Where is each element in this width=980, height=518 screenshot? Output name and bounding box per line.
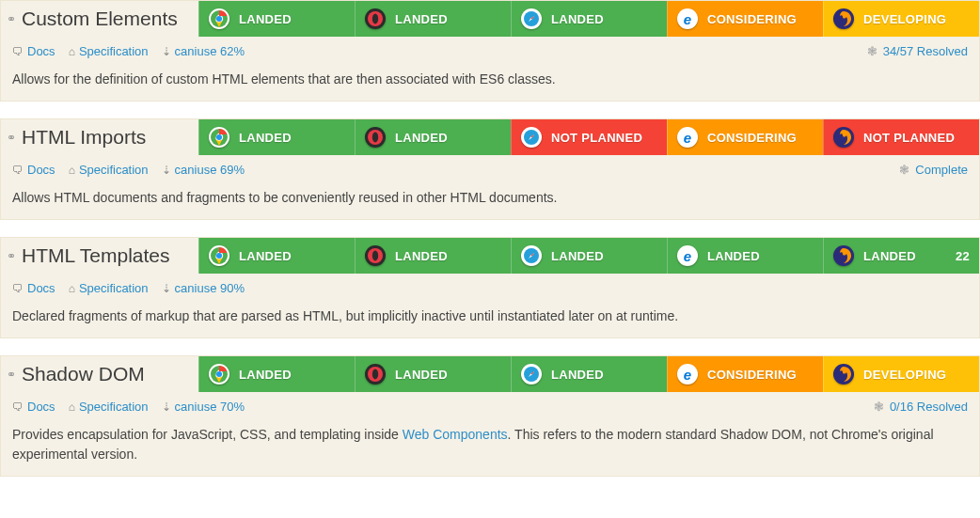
status-cell-chrome[interactable]: LANDED bbox=[198, 1, 355, 37]
status-label: CONSIDERING bbox=[707, 12, 797, 26]
status-cell-opera[interactable]: LANDED bbox=[355, 119, 511, 155]
anchor-icon[interactable]: ⚭ bbox=[7, 368, 16, 381]
feature-header: ⚭Custom ElementsLANDEDLANDEDLANDEDeCONSI… bbox=[1, 1, 979, 37]
resolved-link[interactable]: ❃0/16 Resolved bbox=[874, 400, 968, 414]
docs-link[interactable]: 🗨Docs bbox=[12, 281, 55, 295]
feature-description: Allows for the definition of custom HTML… bbox=[1, 66, 979, 101]
status-cell-safari[interactable]: LANDED bbox=[511, 356, 667, 392]
status-cell-edge[interactable]: eLANDED bbox=[667, 238, 823, 274]
caniuse-link[interactable]: ⇣caniuse 90% bbox=[162, 281, 245, 295]
status-label: NOT PLANNED bbox=[551, 131, 642, 145]
status-row: LANDEDLANDEDLANDEDeLANDEDLANDED22 bbox=[198, 238, 979, 274]
feature-header: ⚭Shadow DOMLANDEDLANDEDLANDEDeCONSIDERIN… bbox=[1, 356, 979, 392]
feature-card: ⚭HTML TemplatesLANDEDLANDEDLANDEDeLANDED… bbox=[0, 237, 980, 338]
status-row: LANDEDLANDEDNOT PLANNEDeCONSIDERINGNOT P… bbox=[198, 119, 979, 155]
status-cell-edge[interactable]: eCONSIDERING bbox=[667, 119, 823, 155]
opera-icon bbox=[365, 127, 386, 148]
desc-text: Provides encapsulation for JavaScript, C… bbox=[12, 427, 403, 442]
caniuse-icon: ⇣ bbox=[162, 282, 171, 295]
edge-icon: e bbox=[677, 127, 698, 148]
status-cell-opera[interactable]: LANDED bbox=[355, 238, 511, 274]
anchor-icon[interactable]: ⚭ bbox=[7, 131, 16, 144]
link-label: caniuse 62% bbox=[175, 44, 245, 58]
meta-left: 🗨Docs⌂Specification⇣caniuse 70% bbox=[12, 400, 245, 414]
link-label: Specification bbox=[79, 44, 149, 58]
flag-icon: ❃ bbox=[874, 400, 884, 414]
status-cell-firefox[interactable]: DEVELOPING bbox=[823, 356, 979, 392]
resolved-label: 0/16 Resolved bbox=[890, 400, 968, 414]
chrome-icon bbox=[209, 8, 229, 29]
safari-icon bbox=[521, 8, 542, 29]
firefox-icon bbox=[833, 364, 854, 385]
chrome-icon bbox=[209, 245, 229, 266]
meta-row: 🗨Docs⌂Specification⇣caniuse 69%❃Complete bbox=[1, 155, 979, 184]
status-cell-chrome[interactable]: LANDED bbox=[198, 356, 355, 392]
feature-description: Provides encapsulation for JavaScript, C… bbox=[1, 421, 979, 476]
status-cell-safari[interactable]: LANDED bbox=[511, 1, 667, 37]
status-cell-opera[interactable]: LANDED bbox=[355, 1, 511, 37]
docs-icon: 🗨 bbox=[12, 282, 24, 295]
firefox-icon bbox=[833, 8, 854, 29]
status-row: LANDEDLANDEDLANDEDeCONSIDERINGDEVELOPING bbox=[198, 1, 979, 37]
svg-point-2 bbox=[216, 16, 222, 22]
anchor-icon[interactable]: ⚭ bbox=[7, 249, 16, 262]
status-cell-chrome[interactable]: LANDED bbox=[198, 119, 355, 155]
spec-link[interactable]: ⌂Specification bbox=[69, 281, 149, 295]
docs-link[interactable]: 🗨Docs bbox=[12, 44, 55, 58]
spec-icon: ⌂ bbox=[69, 282, 75, 295]
safari-icon bbox=[521, 245, 542, 266]
docs-link[interactable]: 🗨Docs bbox=[12, 163, 55, 177]
status-cell-firefox[interactable]: LANDED22 bbox=[823, 238, 979, 274]
status-row: LANDEDLANDEDLANDEDeCONSIDERINGDEVELOPING bbox=[198, 356, 979, 392]
status-cell-safari[interactable]: LANDED bbox=[511, 238, 667, 274]
spec-link[interactable]: ⌂Specification bbox=[69, 44, 149, 58]
resolved-label: 34/57 Resolved bbox=[883, 44, 968, 58]
resolved-label: Complete bbox=[915, 163, 968, 177]
caniuse-link[interactable]: ⇣caniuse 62% bbox=[162, 44, 245, 58]
status-cell-safari[interactable]: NOT PLANNED bbox=[511, 119, 667, 155]
spec-icon: ⌂ bbox=[69, 400, 75, 414]
caniuse-link[interactable]: ⇣caniuse 69% bbox=[162, 163, 245, 177]
link-label: caniuse 69% bbox=[175, 163, 245, 177]
desc-text: Declared fragments of markup that are pa… bbox=[12, 308, 678, 323]
feature-title: HTML Imports bbox=[22, 126, 146, 149]
feature-card: ⚭Custom ElementsLANDEDLANDEDLANDEDeCONSI… bbox=[0, 0, 980, 102]
feature-title-wrap: ⚭Custom Elements bbox=[1, 1, 198, 37]
meta-row: 🗨Docs⌂Specification⇣caniuse 90% bbox=[1, 274, 979, 303]
feature-card: ⚭Shadow DOMLANDEDLANDEDLANDEDeCONSIDERIN… bbox=[0, 355, 980, 477]
status-label: LANDED bbox=[239, 12, 292, 26]
anchor-icon[interactable]: ⚭ bbox=[7, 12, 16, 25]
spec-link[interactable]: ⌂Specification bbox=[69, 400, 149, 414]
feature-header: ⚭HTML ImportsLANDEDLANDEDNOT PLANNEDeCON… bbox=[1, 119, 979, 155]
feature-title: HTML Templates bbox=[22, 244, 170, 267]
status-cell-edge[interactable]: eCONSIDERING bbox=[667, 1, 823, 37]
chrome-icon bbox=[209, 127, 229, 148]
status-cell-opera[interactable]: LANDED bbox=[355, 356, 511, 392]
spec-icon: ⌂ bbox=[69, 164, 75, 177]
meta-left: 🗨Docs⌂Specification⇣caniuse 90% bbox=[12, 281, 245, 295]
resolved-link[interactable]: ❃Complete bbox=[899, 163, 968, 177]
desc-text: Allows HTML documents and fragments to b… bbox=[12, 190, 557, 205]
status-cell-firefox[interactable]: NOT PLANNED bbox=[823, 119, 979, 155]
spec-link[interactable]: ⌂Specification bbox=[69, 163, 149, 177]
edge-icon: e bbox=[677, 8, 698, 29]
link-label: caniuse 70% bbox=[175, 400, 245, 414]
svg-point-4 bbox=[372, 14, 378, 24]
docs-icon: 🗨 bbox=[12, 400, 24, 414]
status-label: LANDED bbox=[551, 368, 604, 382]
feature-title: Shadow DOM bbox=[22, 363, 145, 385]
status-cell-edge[interactable]: eCONSIDERING bbox=[667, 356, 823, 392]
flag-icon: ❃ bbox=[899, 163, 909, 177]
docs-link[interactable]: 🗨Docs bbox=[12, 400, 55, 414]
status-label: LANDED bbox=[395, 12, 448, 26]
caniuse-link[interactable]: ⇣caniuse 70% bbox=[162, 400, 245, 414]
meta-left: 🗨Docs⌂Specification⇣caniuse 62% bbox=[12, 44, 245, 58]
status-cell-chrome[interactable]: LANDED bbox=[198, 238, 355, 274]
status-version: 22 bbox=[956, 249, 970, 263]
edge-icon: e bbox=[677, 364, 698, 385]
resolved-link[interactable]: ❃34/57 Resolved bbox=[867, 44, 968, 58]
status-cell-firefox[interactable]: DEVELOPING bbox=[823, 1, 979, 37]
status-label: LANDED bbox=[863, 249, 916, 263]
inline-link[interactable]: Web Components bbox=[403, 427, 508, 442]
svg-point-29 bbox=[216, 371, 222, 377]
